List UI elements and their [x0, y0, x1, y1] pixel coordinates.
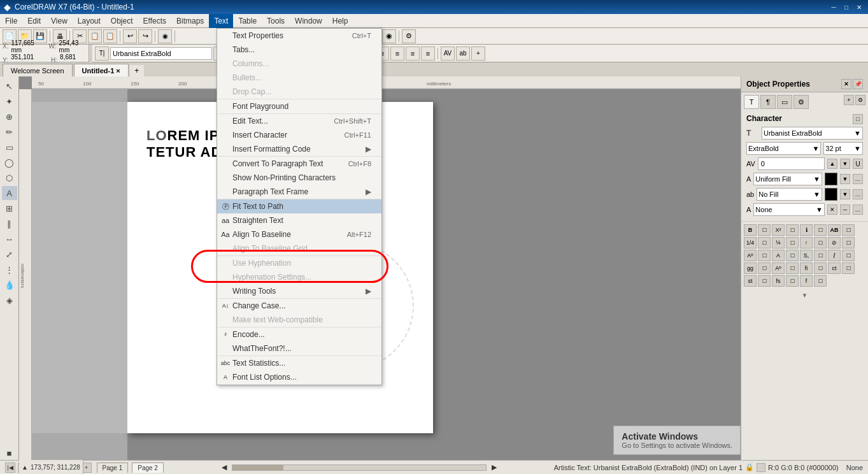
os-check[interactable]: ☐	[842, 237, 855, 248]
tab-paragraph[interactable]: ¶	[760, 95, 776, 109]
menu-insert-formatting[interactable]: Insert Formatting Code ▶	[217, 142, 381, 156]
superscript-btn[interactable]: X²	[772, 224, 785, 236]
tool-node[interactable]: ✦	[2, 94, 17, 108]
ct-check[interactable]: ☐	[842, 262, 855, 274]
fi-check[interactable]: ☐	[814, 262, 827, 274]
tool-polygon[interactable]: ⬡	[2, 171, 17, 185]
options-btn[interactable]: ⚙	[402, 29, 416, 43]
ordinal-btn[interactable]: 1/4	[744, 237, 757, 248]
tool-connector[interactable]: ⤢	[2, 247, 17, 261]
scrollbar-h[interactable]	[232, 464, 487, 471]
tool-table[interactable]: ⊞	[2, 201, 17, 215]
font-name-dropdown[interactable]: Urbanist ExtraBold ▼	[762, 127, 863, 140]
ap2-btn[interactable]: Aº	[772, 262, 785, 274]
tab-welcome[interactable]: Welcome Screen	[3, 64, 73, 76]
ct-btn[interactable]: ct	[828, 262, 841, 274]
character-expand-btn[interactable]: □	[853, 114, 863, 124]
fill-options-btn[interactable]: …	[853, 174, 863, 184]
smallcaps-btn[interactable]: A	[772, 250, 785, 261]
menu-text-properties[interactable]: Text Properties Ctrl+T	[217, 29, 381, 43]
frac-btn[interactable]: ¼	[772, 237, 785, 248]
menu-encode[interactable]: ♯ Encode...	[217, 327, 381, 341]
f-check[interactable]: ☐	[814, 275, 827, 287]
align-right-btn[interactable]: ≡	[406, 47, 420, 61]
panel-settings-btn[interactable]: ⚙	[855, 95, 865, 105]
align-justify-btn[interactable]: ≡	[421, 47, 435, 61]
outline-x-btn[interactable]: ✕	[827, 205, 837, 215]
ap-btn[interactable]: Aº	[744, 250, 757, 261]
menu-change-case[interactable]: A↕ Change Case...	[217, 299, 381, 313]
fss-check[interactable]: ☐	[786, 275, 799, 287]
frac-check[interactable]: ☐	[786, 237, 799, 248]
tool-parallel[interactable]: ∥	[2, 217, 17, 231]
menu-align-baseline[interactable]: Aa Align To Baseline Alt+F12	[217, 227, 381, 241]
caps-check[interactable]: ☐	[842, 224, 855, 236]
menu-object[interactable]: Object	[106, 14, 138, 28]
tool-interactive[interactable]: ⋮	[2, 262, 17, 276]
menu-text[interactable]: Text	[209, 14, 233, 28]
scroll-left-btn[interactable]: ◀	[222, 463, 227, 471]
tab-character[interactable]: T	[744, 95, 759, 109]
fs-btn[interactable]: fs	[772, 275, 785, 287]
bold-check[interactable]: ☐	[758, 224, 771, 236]
fill-color-swatch[interactable]	[825, 173, 837, 185]
panel-expand-btn[interactable]: +	[844, 95, 854, 105]
font-style-dropdown[interactable]: ExtraBold ▼	[746, 142, 821, 155]
redo-btn[interactable]: ↪	[138, 29, 152, 43]
st-btn[interactable]: st	[744, 275, 757, 287]
canvas-content[interactable]: LOREM IPSUM CONSECTETUR ADIPISICING ELIT	[32, 89, 741, 460]
menu-window[interactable]: Window	[290, 14, 327, 28]
menu-insert-character[interactable]: Insert Character Ctrl+F11	[217, 128, 381, 142]
underline-btn-panel[interactable]: U	[853, 159, 863, 169]
font-name-input[interactable]	[110, 47, 212, 60]
menu-straighten-text[interactable]: aa Straighten Text	[217, 213, 381, 227]
menu-font-playground[interactable]: Font Playground	[217, 99, 381, 113]
panel-close-btn[interactable]: ✕	[841, 79, 851, 89]
menu-tools[interactable]: Tools	[262, 14, 290, 28]
align-center-btn[interactable]: ≡	[390, 47, 404, 61]
italic-check[interactable]: ☐	[842, 250, 855, 261]
caps-btn[interactable]: AB	[828, 224, 841, 236]
tool-dimension[interactable]: ↔	[2, 232, 17, 246]
menu-file[interactable]: File	[0, 14, 22, 28]
bg-options-btn[interactable]: …	[853, 189, 863, 199]
tool-freehand[interactable]: ✏	[2, 125, 17, 139]
status-page1-tab[interactable]: Page 1	[97, 463, 129, 473]
menu-edit[interactable]: Edit	[22, 14, 46, 28]
spacing-input[interactable]: 0	[758, 157, 825, 170]
st-check[interactable]: ☐	[758, 275, 771, 287]
txt-orient-btn[interactable]: ab	[456, 47, 470, 61]
tool-ellipse[interactable]: ◯	[2, 155, 17, 169]
tab-frame[interactable]: ▭	[777, 95, 792, 109]
first-page-btn[interactable]: |◀	[5, 463, 15, 473]
menu-text-statistics[interactable]: abc Text Statistics...	[217, 356, 381, 370]
bg-color-swatch[interactable]	[825, 188, 837, 201]
menu-convert-paragraph[interactable]: Convert To Paragraph Text Ctrl+F8	[217, 157, 381, 171]
menu-edit-text[interactable]: Edit Text... Ctrl+Shift+T	[217, 114, 381, 128]
tab-adjustments[interactable]: ⚙	[793, 95, 809, 109]
paste-btn[interactable]: 📋	[103, 29, 117, 43]
outline-more-btn[interactable]: …	[853, 205, 863, 215]
close-button[interactable]: ✕	[854, 3, 864, 11]
menu-fit-text[interactable]: Ⓟ Fit Text to Path	[217, 199, 381, 213]
tool-fill[interactable]: ◈	[2, 293, 17, 307]
status-page2-tab[interactable]: Page 2	[132, 463, 164, 473]
fi-btn[interactable]: fi	[800, 262, 813, 274]
tool-rect[interactable]: ▭	[2, 140, 17, 154]
menu-view[interactable]: View	[46, 14, 73, 28]
sup-check[interactable]: ☐	[786, 224, 799, 236]
tool-text[interactable]: A	[2, 186, 17, 200]
import-btn[interactable]: ◉	[158, 29, 172, 43]
tool-zoom[interactable]: ⊕	[2, 110, 17, 124]
menu-tabs[interactable]: Tabs...	[217, 43, 381, 57]
bg-fill-dropdown[interactable]: No Fill ▼	[757, 188, 822, 201]
char-spacing-btn[interactable]: AV	[441, 47, 455, 61]
menu-show-nonprint[interactable]: Show Non-Printing Characters	[217, 171, 381, 185]
gg-btn[interactable]: gg	[744, 262, 757, 274]
italic-char-btn[interactable]: I	[828, 250, 841, 261]
info-btn[interactable]: ℹ	[800, 224, 813, 236]
menu-font-list-options[interactable]: A Font List Options...	[217, 370, 381, 384]
ord-check[interactable]: ☐	[758, 237, 771, 248]
tab-add-btn[interactable]: +	[130, 65, 144, 76]
sc-check[interactable]: ☐	[786, 250, 799, 261]
